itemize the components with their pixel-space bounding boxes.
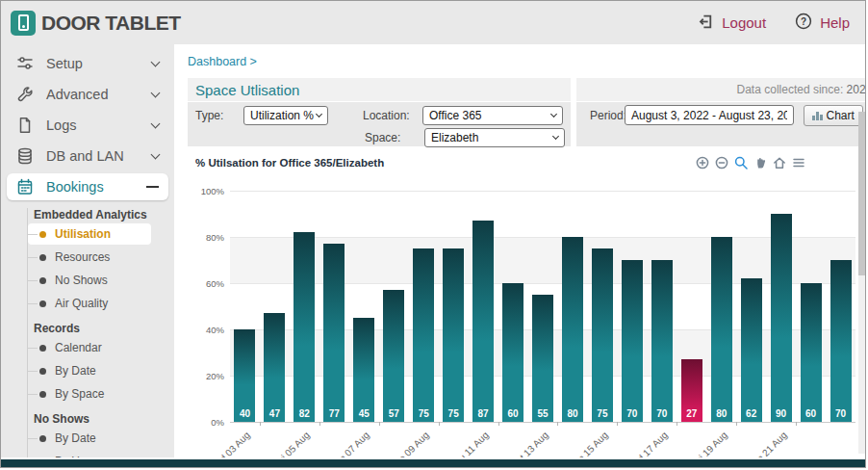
tree-item-calendar[interactable]: Calendar (28, 337, 174, 358)
data-collected-since: Data collected since: 2021-07-14 (576, 83, 865, 96)
tree-item-no-shows[interactable]: No Shows (28, 270, 174, 291)
chevron-down-icon[interactable] (151, 149, 161, 159)
zoom-out-icon[interactable] (715, 156, 728, 170)
sidebar-item-logs[interactable]: Logs (7, 112, 168, 139)
bullet-icon (39, 345, 46, 352)
x-axis-tick (677, 422, 677, 426)
y-axis-tick-label: 80% (186, 232, 224, 243)
bar[interactable]: 80 (562, 237, 583, 422)
utilisation-chart: % Utilsation for Office 365/Elizabeth 10… (186, 148, 852, 457)
x-axis-tick-label: Mon 15 Aug (548, 430, 609, 457)
menu-icon[interactable] (792, 156, 805, 170)
chevron-down-icon (552, 133, 559, 140)
bar[interactable]: 70 (651, 260, 673, 422)
bar[interactable]: 80 (711, 237, 732, 422)
sidebar-item-label: DB and LAN (46, 148, 124, 164)
x-axis-tick-label: Sun 07 Aug (310, 430, 371, 457)
chart-button[interactable]: Chart (804, 105, 863, 126)
tree-item-air-quality[interactable]: Air Quality (28, 293, 174, 314)
bar[interactable]: 45 (353, 318, 374, 422)
bar[interactable]: 62 (741, 278, 762, 422)
bar-value-label: 45 (353, 408, 374, 419)
bullet-icon (39, 231, 46, 238)
x-axis-tick (796, 422, 797, 426)
zoom-selection-icon[interactable] (734, 156, 748, 170)
y-axis-tick-label: 20% (186, 371, 224, 381)
doortablet-logo-icon (11, 11, 36, 36)
pan-icon[interactable] (753, 156, 767, 170)
x-axis-tick (736, 422, 737, 426)
bullet-icon (39, 391, 46, 398)
bar-value-label: 70 (651, 408, 673, 419)
bar[interactable]: 70 (622, 260, 643, 422)
scrollbar-thumb[interactable] (858, 112, 865, 275)
chart-plot-area: 100%80%60%40%20%0%40Wed 03 Aug4782Fri 05… (230, 191, 855, 422)
tree-item-utilisation[interactable]: Utilisation (28, 223, 151, 245)
bar[interactable]: 70 (830, 260, 852, 422)
home-icon[interactable] (773, 156, 786, 170)
breadcrumb[interactable]: Dashboard > (188, 55, 257, 68)
chart-title: % Utilsation for Office 365/Elizabeth (195, 157, 384, 169)
collapse-minus-icon[interactable] (146, 186, 159, 189)
vertical-scrollbar[interactable] (858, 112, 865, 454)
type-select[interactable]: Utilization % (243, 106, 328, 125)
tree-item-by-space[interactable]: By Space (28, 383, 174, 405)
y-axis-tick-label: 60% (186, 278, 224, 289)
x-axis-tick (439, 422, 440, 426)
zoom-in-icon[interactable] (696, 156, 709, 170)
bar[interactable]: 60 (502, 283, 523, 422)
footer-bar (1, 459, 865, 467)
sidebar-item-advanced[interactable]: Advanced (7, 81, 168, 108)
bar-value-label: 75 (443, 408, 464, 419)
bar-value-label: 47 (264, 408, 285, 419)
bar[interactable]: 40 (234, 329, 255, 422)
y-axis-tick-label: 40% (186, 325, 224, 335)
type-label: Type: (193, 109, 243, 122)
grid-band (230, 191, 855, 237)
tree-section-title: No Shows (34, 412, 174, 426)
chevron-down-icon[interactable] (151, 57, 161, 66)
bar[interactable]: 75 (413, 248, 434, 422)
bar-value-label: 80 (562, 408, 583, 419)
bar[interactable]: 57 (383, 290, 404, 422)
location-select[interactable]: Office 365 (422, 106, 563, 125)
chevron-down-icon (316, 111, 322, 118)
sidebar-item-setup[interactable]: Setup (7, 50, 168, 77)
bar[interactable]: 87 (472, 221, 494, 422)
sidebar-item-bookings[interactable]: Bookings (7, 173, 168, 200)
tree-item-by-date[interactable]: By Date (28, 360, 174, 381)
bar[interactable]: 77 (323, 244, 345, 422)
bar-value-label: 75 (592, 408, 613, 419)
tree-item-resources[interactable]: Resources (28, 247, 174, 268)
bar[interactable]: 82 (294, 232, 315, 422)
bar-value-label: 55 (532, 408, 553, 419)
sidebar: SetupAdvancedLogsDB and LANBookings Embe… (1, 44, 174, 457)
bar-value-label: 70 (622, 408, 643, 419)
bar[interactable]: 55 (532, 295, 553, 422)
chevron-down-icon[interactable] (151, 118, 161, 128)
period-input[interactable] (625, 105, 794, 125)
x-axis-tick (319, 422, 320, 426)
space-select[interactable]: Elizabeth (424, 128, 565, 147)
bar-highlighted[interactable]: 27 (681, 359, 702, 422)
bar-value-label: 62 (741, 408, 762, 419)
bar[interactable]: 75 (592, 248, 613, 422)
tree-item-by-date[interactable]: By Date (28, 428, 174, 449)
help-button[interactable]: ? Help (795, 13, 850, 33)
tree-item-by-user[interactable]: By User (28, 451, 174, 457)
bar-value-label: 60 (801, 408, 822, 419)
sidebar-item-label: Setup (46, 56, 83, 71)
bullet-icon (39, 300, 46, 307)
tree-section-title: Records (34, 322, 174, 335)
logout-button[interactable]: Logout (698, 13, 766, 33)
bar[interactable]: 47 (264, 313, 285, 422)
sidebar-item-db-and-lan[interactable]: DB and LAN (7, 143, 168, 170)
space-label: Space: (365, 131, 424, 144)
bar[interactable]: 60 (801, 283, 822, 422)
bar[interactable]: 90 (771, 214, 792, 422)
period-label: Period: (582, 109, 625, 122)
app-logo-text: DOOR TABLET (41, 12, 181, 35)
app-window: DOOR TABLET Logout ? Help SetupAdvancedL… (0, 0, 866, 468)
chevron-down-icon[interactable] (151, 88, 161, 97)
bar[interactable]: 75 (443, 248, 464, 422)
